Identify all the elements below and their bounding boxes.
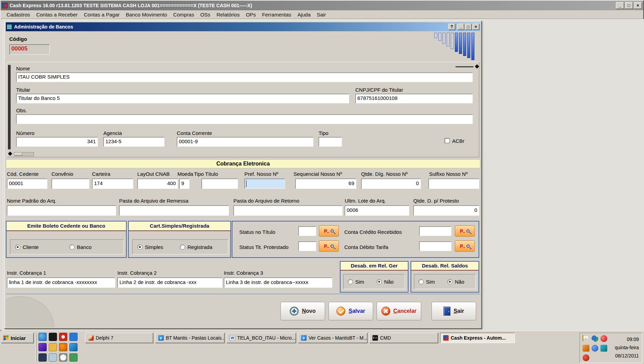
menu-item-ops[interactable]: OPs — [243, 11, 259, 19]
instr3-field[interactable]: Linha 3 de instr. de cobranca--xxxxx — [224, 277, 332, 288]
radio-desab-saldos-sim[interactable] — [418, 279, 424, 284]
task-button-bt-mantis[interactable]: e BT Mantis - Pastas Locais... — [155, 333, 225, 343]
menu-item-oss[interactable]: OSs — [197, 11, 213, 19]
quicklaunch-moon-icon[interactable] — [38, 353, 47, 362]
qtde-protesto-field[interactable]: 0 — [413, 205, 479, 216]
salvar-button[interactable]: Salvar — [329, 302, 373, 320]
maximize-button[interactable]: □ — [625, 2, 633, 9]
menu-item-contas-a-receber[interactable]: Contas a Receber — [33, 11, 81, 19]
radio-registrada[interactable] — [180, 244, 185, 250]
radio-desab-rel-sim[interactable] — [348, 279, 353, 284]
close-button[interactable]: × — [634, 2, 642, 9]
menu-item-relatorios[interactable]: Relatórios — [214, 11, 243, 19]
menu-item-compras[interactable]: Compras — [170, 11, 197, 19]
qtde-dig-field[interactable]: 0 — [361, 179, 421, 189]
codigo-field[interactable]: 00005 — [9, 44, 50, 55]
instr1-field[interactable]: linha 1 de instr. de cobranca -xxxxxxxx — [7, 277, 115, 288]
convenio-field[interactable] — [51, 179, 89, 189]
acbr-label[interactable]: ACBr — [452, 138, 464, 144]
cancelar-button[interactable]: Cancelar — [377, 302, 421, 320]
radio-desab-saldos-nao[interactable] — [447, 279, 452, 284]
carteira-field[interactable]: 174 — [92, 179, 133, 189]
nome-field[interactable]: ITAU COBR SIMPLES — [16, 72, 473, 82]
menu-item-ajuda[interactable]: Ajuda — [294, 11, 313, 19]
cod-cedente-field[interactable]: 00001 — [7, 179, 47, 189]
radio-cliente[interactable] — [15, 244, 20, 250]
conta-credito-field[interactable] — [419, 226, 451, 236]
radio-simples-label[interactable]: Simples — [145, 244, 163, 250]
menu-item-ferramentas[interactable]: Ferramentas — [259, 11, 294, 19]
tray-mail-icon[interactable] — [583, 335, 583, 341]
quicklaunch-ie-icon[interactable] — [69, 333, 78, 341]
ultm-lote-field[interactable]: 0006 — [345, 205, 409, 216]
sair-button[interactable]: Sair — [432, 302, 476, 320]
tray-users-icon[interactable] — [591, 335, 598, 342]
conta-debito-field[interactable] — [419, 241, 451, 251]
minimize-button[interactable]: _ — [616, 2, 624, 9]
dialog-maximize-button[interactable]: □ — [465, 24, 472, 30]
tipo-titulo-field[interactable] — [202, 179, 238, 189]
moeda-field[interactable]: 9 — [179, 179, 189, 189]
tray-red-ball-icon[interactable] — [583, 354, 589, 361]
menu-item-cadastros[interactable]: Cadastros — [3, 11, 33, 19]
menu-item-banco-movimento[interactable]: Banco Movimento — [123, 11, 170, 19]
scrollbar-thumb[interactable] — [15, 153, 22, 156]
tray-teal-icon[interactable] — [600, 345, 607, 352]
quicklaunch-player-icon[interactable] — [59, 343, 67, 351]
task-button-cash-express[interactable]: Cash Express - Autom... — [440, 333, 515, 343]
quicklaunch-messenger-icon[interactable] — [69, 343, 78, 351]
menu-item-contas-a-pagar[interactable]: Contas a Pagar — [81, 11, 123, 19]
radio-desab-saldos-sim-label[interactable]: Sim — [426, 279, 435, 285]
task-button-delphi[interactable]: 7 Delphi 7 — [85, 333, 153, 343]
radio-simples[interactable] — [137, 244, 142, 250]
radio-registrada-label[interactable]: Registrada — [187, 244, 212, 250]
novo-button[interactable]: Novo — [280, 302, 325, 320]
tray-blue-icon[interactable] — [591, 345, 598, 352]
quicklaunch-globe-icon[interactable] — [38, 333, 47, 341]
seq-nosso-field[interactable]: 69 — [295, 179, 356, 189]
status-protestado-field[interactable] — [298, 241, 316, 251]
pasta-retorno-field[interactable] — [233, 205, 343, 216]
titular-field[interactable]: Titular do Banco 5 — [16, 94, 349, 103]
quicklaunch-grid-icon[interactable] — [69, 353, 78, 362]
pasta-remessa-field[interactable] — [119, 205, 229, 216]
tipo-field[interactable] — [319, 137, 342, 147]
instr2-field[interactable]: Linha 2 de instr. de cobranca -xxx — [117, 277, 222, 288]
main-titlebar[interactable]: Cash Express 16.00 r13.81.1203 TESTE SIS… — [1, 1, 643, 10]
numero-field[interactable]: 341 — [16, 137, 98, 147]
quicklaunch-media-icon[interactable] — [38, 343, 47, 351]
nome-padrao-field[interactable] — [7, 205, 116, 216]
menu-item-sair[interactable]: Sair — [314, 11, 329, 19]
dialog-titlebar[interactable]: Administração de Bancos ? _ □ × — [6, 22, 480, 31]
pref-nosso-field[interactable] — [244, 179, 285, 189]
task-button-tela-bco-itau[interactable]: W TELA_BCO_ITAU - Micro... — [227, 333, 296, 343]
tray-orange-icon[interactable] — [583, 345, 589, 352]
layout-cnab-field[interactable]: 400 — [137, 179, 178, 189]
dialog-help-button[interactable]: ? — [448, 24, 455, 30]
radio-desab-saldos-nao-label[interactable]: Não — [455, 279, 464, 285]
task-button-ver-casos[interactable]: e Ver Casos - MantisBT - M... — [298, 333, 367, 343]
acbr-checkbox[interactable] — [445, 138, 450, 143]
dialog-close-button[interactable]: × — [472, 24, 479, 30]
conta-corrente-field[interactable]: 00001-9 — [177, 137, 313, 147]
lookup-status-protestado-button[interactable]: P.. — [319, 240, 339, 252]
vertical-splitter[interactable] — [8, 65, 11, 149]
sulfixo-field[interactable] — [428, 179, 479, 189]
status-titulo-field[interactable] — [298, 226, 316, 236]
quicklaunch-folder-icon[interactable] — [49, 343, 57, 351]
lookup-status-titulo-button[interactable]: P.. — [319, 225, 339, 237]
quicklaunch-divider[interactable] — [35, 334, 36, 361]
radio-desab-rel-sim-label[interactable]: Sim — [355, 279, 364, 285]
obs-field[interactable] — [16, 114, 473, 124]
quicklaunch-cmd-icon[interactable] — [49, 333, 57, 341]
quicklaunch-lifebuoy-icon[interactable] — [59, 333, 67, 341]
mini-horizontal-scrollbar[interactable] — [14, 152, 34, 156]
radio-desab-rel-nao[interactable] — [377, 279, 382, 284]
radio-banco[interactable] — [69, 244, 74, 250]
start-button[interactable]: Iniciar — [1, 333, 34, 343]
cnpj-field[interactable]: 67875161000108 — [355, 94, 473, 103]
quicklaunch-clock-icon[interactable] — [59, 353, 67, 362]
lookup-conta-debito-button[interactable]: P.. — [455, 240, 475, 252]
radio-desab-rel-nao-label[interactable]: Não — [384, 279, 394, 285]
lookup-conta-credito-button[interactable]: P.. — [455, 225, 475, 237]
